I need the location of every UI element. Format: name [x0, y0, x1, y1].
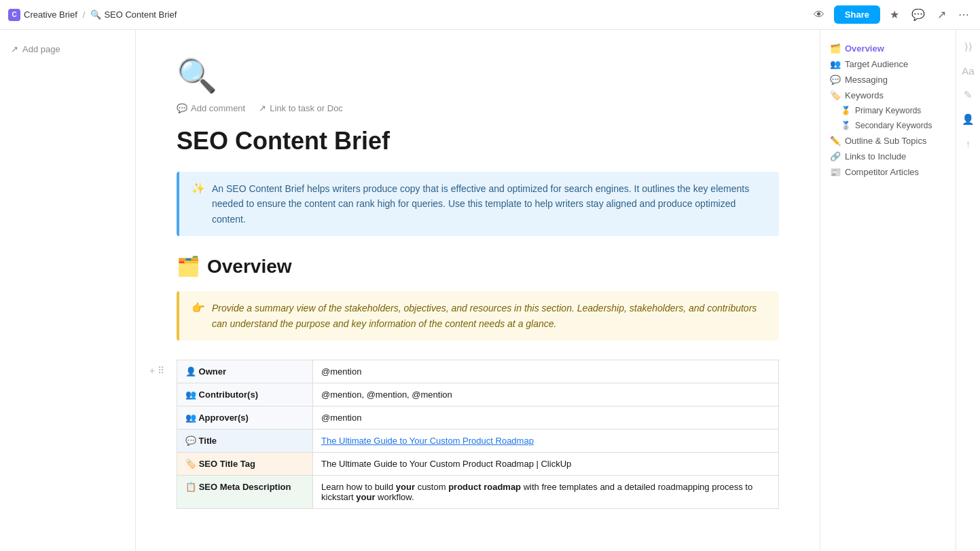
table-row: 💬 Title The Ultimate Guide to Your Custo…: [177, 429, 779, 452]
title-link[interactable]: The Ultimate Guide to Your Custom Produc…: [321, 436, 534, 446]
doc-title: SEO Content Brief: [177, 127, 779, 155]
brand-label: Creative Brief: [24, 10, 77, 20]
toc-item-links-to-include[interactable]: 🔗 Links to Include: [820, 149, 956, 164]
toc-icon-outline-sub-topics: ✏️: [830, 136, 841, 146]
toc-label-target-audience: Target Audience: [845, 59, 908, 69]
add-page-icon: ↗: [11, 44, 18, 54]
brand[interactable]: C Creative Brief: [8, 9, 77, 21]
layout: ↗ Add page 🔍 💬 Add comment ↗ Link to tas…: [0, 30, 980, 551]
toc-icon-messaging: 💬: [830, 75, 841, 85]
brand-icon: C: [8, 9, 20, 21]
toc-label-competitor-articles: Competitor Articles: [845, 167, 919, 177]
row-label-owner: 👤 Owner: [177, 360, 313, 383]
comment-icon[interactable]: 💬: [909, 5, 928, 24]
current-page-icon: 🔍: [90, 10, 101, 20]
toc-label-keywords: Keywords: [845, 90, 884, 100]
overview-icon: 🗂️: [177, 255, 200, 278]
far-right-icons: ⟩⟩ Aa ✎ 👤 ↑: [956, 30, 980, 551]
toc-label-messaging: Messaging: [845, 75, 888, 85]
collapse-icon[interactable]: ⟩⟩: [962, 41, 975, 53]
doc-icon: 🔍: [177, 57, 779, 95]
export-icon[interactable]: ↗: [934, 5, 949, 24]
sidebar: ↗ Add page: [0, 30, 136, 551]
toc-icon-target-audience: 👥: [830, 59, 841, 69]
main-content: 🔍 💬 Add comment ↗ Link to task or Doc SE…: [136, 30, 820, 551]
toc-item-keywords[interactable]: 🏷️ Keywords: [820, 88, 956, 103]
table-add-icon[interactable]: +: [149, 365, 155, 376]
toc-icon-keywords: 🏷️: [830, 90, 841, 100]
toc-icon-overview: 🗂️: [830, 43, 841, 54]
toc-label-primary-keywords: Primary Keywords: [855, 106, 921, 115]
toc-item-secondary-keywords[interactable]: 🥈 Secondary Keywords: [820, 118, 956, 133]
share-button[interactable]: Share: [834, 5, 880, 24]
add-comment-button[interactable]: 💬 Add comment: [177, 103, 245, 113]
edit-icon[interactable]: ✎: [962, 89, 975, 101]
toc-item-competitor-articles[interactable]: 📰 Competitor Articles: [820, 164, 956, 180]
toc-label-overview: Overview: [845, 43, 884, 54]
users-icon[interactable]: 👤: [962, 113, 975, 126]
topbar-right: 👁 Share ★ 💬 ↗ ⋯: [811, 5, 972, 24]
row-label-seo-title: 🏷️ SEO Title Tag: [177, 452, 313, 475]
link-button[interactable]: ↗ Link to task or Doc: [259, 103, 343, 113]
add-comment-icon: 💬: [177, 103, 187, 113]
row-label-contributors: 👥 Contributor(s): [177, 383, 313, 406]
right-panel: 🗂️ Overview 👥 Target Audience 💬 Messagin…: [820, 30, 956, 551]
callout-intro-icon: ✨: [192, 182, 205, 227]
add-page-label: Add page: [22, 44, 60, 54]
row-value-seo-title: The Ultimate Guide to Your Custom Produc…: [313, 452, 779, 475]
table-row: 👤 Owner @mention: [177, 360, 779, 383]
table-drag-icon[interactable]: ⠿: [158, 365, 164, 376]
row-label-seo-meta: 📋 SEO Meta Description: [177, 475, 313, 508]
more-icon[interactable]: ⋯: [956, 5, 972, 24]
toc-label-outline-sub-topics: Outline & Sub Topics: [845, 136, 926, 146]
table-row: 👥 Contributor(s) @mention, @mention, @me…: [177, 383, 779, 406]
table-row: 📋 SEO Meta Description Learn how to buil…: [177, 475, 779, 508]
action-bar: 💬 Add comment ↗ Link to task or Doc: [177, 103, 779, 113]
callout-overview: 👉 Provide a summary view of the stakehol…: [177, 291, 779, 341]
row-value-seo-meta: Learn how to build your custom product r…: [313, 475, 779, 508]
toc-label-secondary-keywords: Secondary Keywords: [855, 121, 932, 130]
star-icon[interactable]: ★: [887, 5, 902, 24]
toc-item-primary-keywords[interactable]: 🥇 Primary Keywords: [820, 103, 956, 118]
toc-label-links-to-include: Links to Include: [845, 151, 906, 162]
breadcrumb: C Creative Brief / 🔍 SEO Content Brief: [8, 9, 177, 21]
callout-overview-icon: 👉: [192, 301, 205, 331]
breadcrumb-separator: /: [83, 10, 86, 20]
link-icon: ↗: [259, 103, 266, 113]
callout-intro: ✨ An SEO Content Brief helps writers pro…: [177, 172, 779, 236]
add-page-button[interactable]: ↗ Add page: [0, 41, 135, 58]
current-page-label: SEO Content Brief: [104, 10, 177, 20]
table-controls: + ⠿: [149, 365, 164, 376]
breadcrumb-current[interactable]: 🔍 SEO Content Brief: [90, 10, 177, 20]
row-label-approvers: 👥 Approver(s): [177, 406, 313, 429]
table-row: 👥 Approver(s) @mention: [177, 406, 779, 429]
visibility-icon[interactable]: 👁: [811, 6, 827, 24]
overview-table-wrapper: + ⠿ 👤 Owner @mention 👥 Contributor(s) @m…: [177, 360, 779, 509]
toc-icon-links-to-include: 🔗: [830, 151, 841, 162]
toc-icon-secondary-keywords: 🥈: [841, 121, 851, 130]
font-size-icon[interactable]: Aa: [962, 65, 975, 77]
add-comment-label: Add comment: [191, 103, 245, 113]
callout-overview-text: Provide a summary view of the stakeholde…: [212, 301, 767, 331]
toc-item-messaging[interactable]: 💬 Messaging: [820, 72, 956, 88]
toc-item-outline-sub-topics[interactable]: ✏️ Outline & Sub Topics: [820, 133, 956, 149]
toc-item-target-audience[interactable]: 👥 Target Audience: [820, 56, 956, 72]
topbar: C Creative Brief / 🔍 SEO Content Brief 👁…: [0, 0, 980, 30]
row-label-title: 💬 Title: [177, 429, 313, 452]
table-row: 🏷️ SEO Title Tag The Ultimate Guide to Y…: [177, 452, 779, 475]
callout-intro-text: An SEO Content Brief helps writers produ…: [212, 181, 767, 227]
row-value-owner: @mention: [313, 360, 779, 383]
overview-label: Overview: [207, 256, 292, 278]
row-value-approvers: @mention: [313, 406, 779, 429]
row-value-contributors: @mention, @mention, @mention: [313, 383, 779, 406]
toc-icon-competitor-articles: 📰: [830, 167, 841, 177]
overview-heading: 🗂️ Overview: [177, 255, 779, 278]
row-value-title: The Ultimate Guide to Your Custom Produc…: [313, 429, 779, 452]
overview-table: 👤 Owner @mention 👥 Contributor(s) @menti…: [177, 360, 779, 509]
export-right-icon[interactable]: ↑: [962, 138, 975, 149]
link-label: Link to task or Doc: [270, 103, 343, 113]
table-of-contents: 🗂️ Overview 👥 Target Audience 💬 Messagin…: [820, 41, 956, 540]
toc-icon-primary-keywords: 🥇: [841, 106, 851, 115]
toc-item-overview[interactable]: 🗂️ Overview: [820, 41, 956, 56]
